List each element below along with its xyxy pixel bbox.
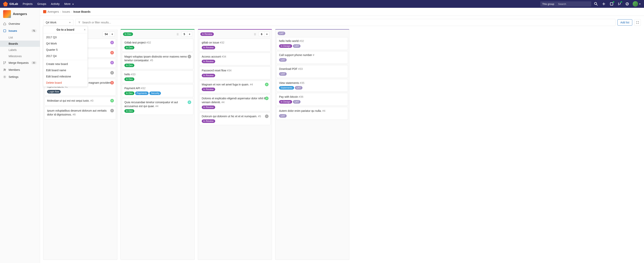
trash-icon[interactable]: 🗑 (254, 32, 256, 36)
trash-icon[interactable]: 🗑 (176, 32, 179, 36)
assignee-avatar[interactable] (265, 83, 268, 86)
issue-card[interactable]: gitlab ce issue #32In Review (199, 39, 271, 51)
edit-board-milestone-action[interactable]: Edit board milestone (43, 73, 88, 80)
sidebar-item-settings[interactable]: Settings (0, 73, 40, 80)
list-cards[interactable]: gitlab ce issue #32In ReviewAccess accou… (198, 39, 272, 260)
gitlab-logo-icon[interactable] (3, 1, 8, 6)
board-selector[interactable]: Q4 Work ▼ (43, 19, 74, 26)
sidebar-subitem-list[interactable]: List (0, 34, 40, 40)
issue-card[interactable]: Dolorum qui dolorem ut hic et et et numq… (199, 112, 271, 125)
plus-icon[interactable] (601, 1, 607, 7)
breadcrumb-part[interactable]: Avengers (48, 10, 59, 13)
issue-card[interactable]: Dolores et explicabo eligendi aspernatur… (199, 94, 271, 111)
assignee-avatar[interactable] (110, 51, 114, 54)
assignee-avatar[interactable] (110, 71, 114, 74)
issue-card[interactable]: Quia recusandae tenetur consequatur et a… (122, 98, 193, 115)
sidebar-group-header[interactable]: Avengers (0, 8, 40, 20)
issue-card[interactable]: Ipsum voluptatibus deserunt dolorum aut … (44, 107, 116, 119)
svg-rect-4 (4, 30, 6, 32)
user-avatar[interactable] (633, 1, 638, 7)
card-label: UAT (279, 72, 287, 76)
issue-card[interactable]: Magnam et non vel amet fuga in quam. #4I… (199, 81, 271, 93)
assignee-avatar[interactable] (188, 55, 191, 58)
chevron-right-icon: › (60, 10, 61, 13)
sidebar-item-overview[interactable]: Overview (0, 20, 40, 27)
nav-projects[interactable]: Projects (23, 2, 32, 5)
close-icon[interactable]: × (84, 28, 86, 31)
filter-wrap[interactable] (75, 19, 616, 26)
board-list: In Review🗑6+gitlab ce issue #32In Review… (198, 29, 272, 260)
sidebar-item-merge-requests[interactable]: Merge Requests 30 (0, 59, 40, 66)
sidebar-item-issues[interactable]: Issues 71 (0, 27, 40, 34)
chevron-down-icon: ▼ (69, 21, 71, 24)
add-card-button[interactable]: + (110, 32, 114, 36)
chevron-down-icon[interactable]: ▼ (639, 3, 641, 5)
create-board-action[interactable]: Create new board (43, 61, 88, 67)
issue-card[interactable]: Autem dolor enim pariatur qu nulla. #4UA… (276, 107, 348, 120)
card-id: #34 (222, 55, 226, 58)
assignee-avatar[interactable] (188, 100, 191, 104)
add-card-button[interactable]: + (187, 32, 192, 36)
nav-more-label: More (64, 2, 70, 5)
list-cards[interactable]: Gitlab test project #32In DevMagni volup… (121, 39, 194, 260)
assignee-avatar[interactable] (110, 41, 114, 44)
card-label: Security (150, 91, 161, 95)
search-scope[interactable]: This group (540, 1, 556, 7)
issue-card[interactable]: Pay with bitcoin #36In DesignUAT (276, 93, 348, 106)
card-label: UAT (293, 100, 300, 104)
gear-icon (3, 75, 6, 78)
issue-card[interactable]: Password reset flow #34In Review (199, 66, 271, 79)
list-cards[interactable]: hello hello world #32In DesignUATCall su… (275, 37, 349, 260)
nav-activity[interactable]: Activity (51, 2, 60, 5)
issue-card[interactable]: Access account #34In Review (199, 53, 271, 65)
issue-card[interactable]: Magni voluptas ipsam distinctio error ma… (122, 53, 193, 69)
list-label: UAT (278, 32, 285, 35)
issue-card[interactable]: Gitlab test project #32In Dev (122, 39, 193, 51)
search-icon[interactable] (593, 1, 599, 7)
list-count: 6 (259, 32, 264, 36)
issue-card[interactable]: hello hello world #32In DesignUAT (276, 37, 348, 50)
breadcrumb-avatar (43, 10, 46, 13)
assignee-avatar[interactable] (265, 115, 268, 118)
dropdown-title: Go to a board (57, 28, 74, 31)
breadcrumb-part[interactable]: Issues (62, 10, 70, 13)
board-lists-container[interactable]: 54+natus dolorem. #1voluptas lit sit aut… (40, 29, 644, 263)
expand-button[interactable] (634, 19, 641, 26)
card-id: #4 (322, 109, 326, 112)
issues-icon[interactable] (608, 1, 615, 7)
sidebar-subitem-milestones[interactable]: Milestones (0, 53, 40, 59)
search-input[interactable] (556, 1, 591, 7)
nav-more[interactable]: More ▼ (64, 2, 74, 5)
edit-board-name-action[interactable]: Edit board name (43, 67, 88, 73)
list-label: In Review (200, 32, 214, 36)
issue-card[interactable]: Call support phone number #UAT (276, 51, 348, 64)
issue-card[interactable]: Payment API #32In DevPaymentsSecurity (122, 84, 193, 97)
group-name: Avengers (13, 12, 27, 16)
merge-requests-icon[interactable] (616, 1, 622, 7)
card-label: UAT (293, 44, 300, 48)
members-icon (3, 68, 6, 71)
dropdown-board-item[interactable]: 2017 Q3 (43, 34, 88, 40)
sidebar-item-members[interactable]: Members (0, 66, 40, 73)
issue-card[interactable]: Molestiae ut qui est est sequi iusto. #3 (44, 97, 116, 106)
sidebar-subitem-boards[interactable]: Boards (0, 40, 40, 47)
nav-groups[interactable]: Groups (37, 2, 46, 5)
add-card-button[interactable]: + (264, 32, 269, 36)
issue-card[interactable]: hello #33In Dev (122, 70, 193, 83)
issue-card[interactable]: Download PDF #33UAT (276, 65, 348, 78)
card-labels: In Dev (124, 77, 191, 81)
delete-board-action[interactable]: Delete board (43, 80, 88, 86)
card-id: #36 (299, 95, 303, 98)
dropdown-board-item[interactable]: Q4 Work (43, 40, 88, 47)
dropdown-board-item[interactable]: Quarter 5 (43, 47, 88, 53)
issue-card[interactable]: View statements #35StatementsUAT (276, 79, 348, 92)
brand-name[interactable]: GitLab (9, 2, 18, 5)
svg-point-10 (4, 76, 5, 77)
todos-icon[interactable] (624, 1, 630, 7)
sidebar-subitem-labels[interactable]: Labels (0, 47, 40, 53)
dropdown-board-item[interactable]: 2017 Q4 (43, 53, 88, 59)
add-list-button[interactable]: Add list (618, 19, 632, 25)
assignee-avatar[interactable] (110, 99, 114, 102)
issues-icon (3, 29, 6, 32)
filter-input[interactable] (82, 21, 613, 24)
